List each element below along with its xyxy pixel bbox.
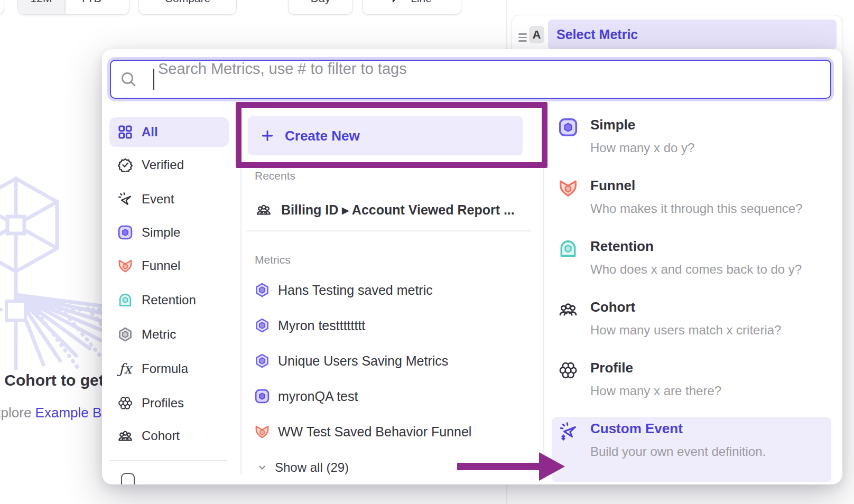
range-12m-label: 12M bbox=[31, 0, 52, 5]
metric-list-item[interactable]: myronQA test bbox=[255, 385, 358, 408]
saved-metric-icon-gray bbox=[118, 327, 133, 342]
sidebar-item-retention[interactable]: Retention bbox=[109, 285, 229, 315]
type-title: Simple bbox=[590, 117, 823, 133]
chevron-down-icon bbox=[257, 462, 267, 473]
metric-list-item[interactable]: Unique Users Saving Metrics bbox=[255, 349, 448, 372]
cohort-people-icon bbox=[118, 428, 133, 443]
cohort-people-icon bbox=[255, 202, 273, 217]
profiles-flower-icon bbox=[559, 361, 578, 380]
type-description: Who does x and comes back to do y? bbox=[590, 262, 823, 277]
sidebar-item-metric[interactable]: Metric bbox=[109, 320, 229, 349]
funnel-icon bbox=[559, 179, 578, 198]
type-title: Funnel bbox=[590, 178, 823, 194]
metric-item-label: Unique Users Saving Metrics bbox=[278, 353, 448, 369]
custom-event-icon bbox=[559, 422, 578, 441]
sidebar-item-label: Funnel bbox=[142, 258, 180, 273]
chart-type-line-button[interactable]: Line bbox=[362, 0, 461, 15]
type-title: Profile bbox=[590, 360, 823, 376]
metric-item-label: Myron testttttttt bbox=[278, 318, 365, 333]
date-range-segmented-control: 12M YTD bbox=[17, 0, 129, 15]
range-ytd-label: YTD bbox=[80, 0, 102, 5]
toolbar-fragment-button[interactable] bbox=[0, 0, 4, 15]
type-description: How many users match x criteria? bbox=[590, 323, 823, 338]
formula-fx-icon: ƒx bbox=[118, 361, 133, 376]
type-description: Build your own event definition. bbox=[590, 444, 823, 459]
day-label: Day bbox=[311, 0, 330, 5]
metric-list-item[interactable]: WW Test Saved Behavior Funnel bbox=[255, 420, 471, 443]
type-title: Retention bbox=[590, 238, 823, 255]
sidebar-item-funnel[interactable]: Funnel bbox=[109, 251, 229, 281]
type-title: Custom Event bbox=[590, 421, 823, 437]
range-12m-button[interactable]: 12M bbox=[18, 0, 64, 14]
sidebar-item-label: Profiles bbox=[142, 396, 184, 410]
cohort-people-icon bbox=[559, 300, 578, 319]
saved-metric-icon bbox=[255, 283, 270, 297]
sidebar-divider-vertical bbox=[240, 116, 242, 475]
metric-item-label: Hans Testing saved metric bbox=[278, 283, 433, 298]
sidebar-item-verified[interactable]: Verified bbox=[109, 150, 229, 180]
recents-header: Recents bbox=[255, 170, 295, 182]
show-all-label: Show all (29) bbox=[275, 460, 349, 475]
sidebar-item-label: Cohort bbox=[142, 428, 180, 443]
sidebar-item-formula[interactable]: ƒx Formula bbox=[109, 354, 229, 384]
interval-day-button[interactable]: Day bbox=[288, 0, 353, 15]
verified-badge-icon bbox=[118, 157, 133, 172]
text-cursor bbox=[153, 69, 154, 90]
event-cursor-icon bbox=[118, 192, 133, 207]
retention-icon bbox=[559, 239, 578, 258]
recent-item-label: Billing ID ▸ Account Viewed Report ... bbox=[281, 202, 515, 218]
type-row-custom-event[interactable]: Custom Event Build your own event defini… bbox=[590, 421, 823, 459]
sidebar-item-cohort[interactable]: Cohort bbox=[109, 421, 229, 451]
grid-icon bbox=[118, 125, 133, 139]
compare-button[interactable]: Compare bbox=[138, 0, 237, 15]
type-row-profile[interactable]: Profile How many x are there? bbox=[590, 360, 823, 398]
metric-list-item[interactable]: Myron testttttttt bbox=[255, 314, 365, 337]
drag-handle-icon[interactable] bbox=[518, 31, 527, 44]
recents-metrics-divider bbox=[246, 230, 531, 231]
sidebar-item-label: Formula bbox=[142, 361, 188, 376]
funnel-icon bbox=[118, 258, 133, 273]
type-description: How many x are there? bbox=[590, 384, 823, 398]
type-description: How many x do y? bbox=[590, 141, 823, 155]
type-row-funnel[interactable]: Funnel Who makes it through this sequenc… bbox=[590, 178, 823, 216]
type-row-simple[interactable]: Simple How many x do y? bbox=[590, 117, 823, 155]
show-all-toggle[interactable]: Show all (29) bbox=[257, 458, 349, 477]
line-chart-icon bbox=[392, 0, 404, 5]
metrics-header: Metrics bbox=[255, 254, 291, 266]
type-row-retention[interactable]: Retention Who does x and comes back to d… bbox=[590, 238, 823, 277]
saved-metric-icon bbox=[255, 353, 270, 368]
sidebar-item-label: Retention bbox=[142, 293, 196, 307]
compare-label: Compare bbox=[165, 0, 210, 5]
sidebar-item-event[interactable]: Event bbox=[109, 184, 229, 214]
sidebar-item-label: Verified bbox=[142, 157, 184, 172]
sidebar-item-label: Simple bbox=[142, 225, 180, 240]
create-new-label: Create New bbox=[285, 128, 360, 144]
line-label: Line bbox=[411, 0, 432, 5]
select-metric-field[interactable]: Select Metric bbox=[548, 20, 837, 50]
sidebar-item-label: Metric bbox=[142, 327, 176, 342]
saved-metric-icon bbox=[255, 318, 270, 333]
recent-item[interactable]: Billing ID ▸ Account Viewed Report ... bbox=[255, 198, 515, 221]
plus-icon bbox=[261, 129, 274, 143]
series-a-badge: A bbox=[529, 26, 544, 43]
types-divider-vertical bbox=[543, 116, 544, 475]
chevron-down-icon bbox=[106, 0, 115, 3]
create-new-button[interactable]: Create New bbox=[248, 116, 523, 155]
simple-metric-icon bbox=[255, 389, 270, 404]
sidebar-item-label: All bbox=[142, 125, 158, 139]
search-icon bbox=[120, 71, 137, 88]
sidebar-divider bbox=[109, 460, 227, 461]
metric-item-label: myronQA test bbox=[278, 389, 358, 404]
type-title: Cohort bbox=[590, 299, 823, 315]
funnel-icon bbox=[255, 424, 270, 439]
explore-prefix: Or explore bbox=[0, 405, 35, 421]
profiles-flower-icon bbox=[118, 396, 133, 410]
sidebar-item-all[interactable]: All bbox=[109, 117, 229, 147]
type-row-cohort[interactable]: Cohort How many users match x criteria? bbox=[590, 299, 823, 338]
partially-scrolled-icon bbox=[121, 473, 135, 484]
range-ytd-button[interactable]: YTD bbox=[66, 0, 129, 14]
metric-list-item[interactable]: Hans Testing saved metric bbox=[255, 278, 433, 302]
type-description: Who makes it through this sequence? bbox=[590, 201, 823, 216]
sidebar-item-profiles[interactable]: Profiles bbox=[109, 388, 229, 418]
sidebar-item-simple[interactable]: Simple bbox=[109, 218, 229, 247]
